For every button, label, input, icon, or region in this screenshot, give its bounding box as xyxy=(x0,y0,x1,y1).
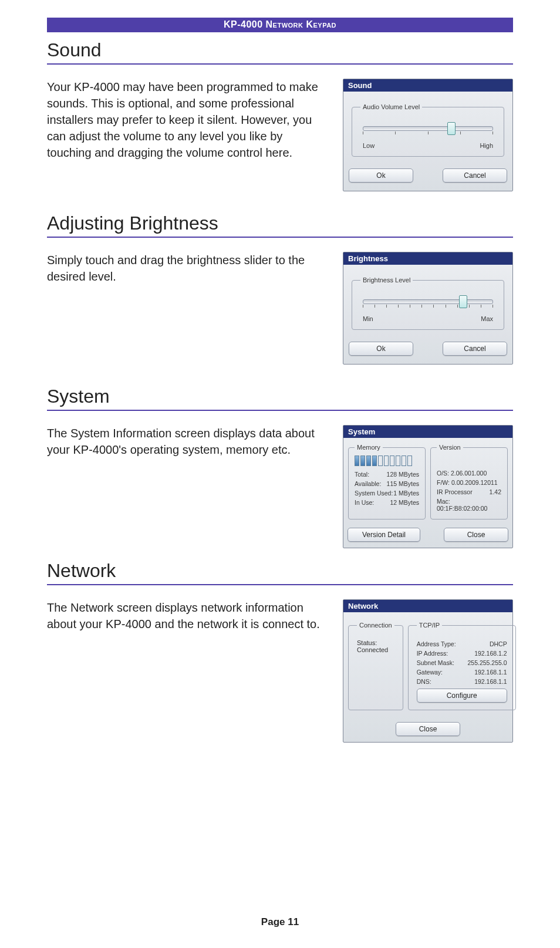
audio-volume-legend: Audio Volume Level xyxy=(360,103,422,110)
brightness-slider-thumb[interactable] xyxy=(459,295,467,308)
window-title: System xyxy=(343,426,512,438)
section-title: Network xyxy=(47,560,513,582)
mem-available-row: Available: 115 MBytes xyxy=(355,479,419,488)
kv-value: 12 MBytes xyxy=(390,499,419,506)
section-system: System The System Information screen dis… xyxy=(47,386,513,548)
section-rule xyxy=(47,584,513,585)
kv-label: DNS: xyxy=(417,678,431,685)
audio-volume-group: Audio Volume Level Low High xyxy=(352,103,504,157)
section-body-text: Simply touch and drag the brightness sli… xyxy=(47,252,325,285)
mem-total-row: Total: 128 MBytes xyxy=(355,470,419,479)
version-mac-row: Mac: 00:1F:B8:02:00:00 xyxy=(437,497,501,513)
window-title: Network xyxy=(343,600,512,612)
memory-usage-bars xyxy=(355,456,419,466)
screenshot-sound: Sound Audio Volume Level Low xyxy=(343,79,513,191)
kv-label: In Use: xyxy=(355,499,374,506)
document-page: KP-4000 Network Keypad Sound Your KP-400… xyxy=(0,0,560,948)
configure-button[interactable]: Configure xyxy=(417,689,507,703)
kv-label: IP Address: xyxy=(417,650,448,657)
version-fw-row: F/W: 0.00.2009.12011 xyxy=(437,478,501,487)
section-title: Adjusting Brightness xyxy=(47,212,513,234)
window-title: Sound xyxy=(343,79,512,92)
section-sound: Sound Your KP-4000 may have been program… xyxy=(47,39,513,191)
screenshot-network: Network Connection Status: Connected TCP… xyxy=(343,599,513,743)
kv-value: O/S: 2.06.001.000 xyxy=(437,470,487,477)
kv-value: Mac: 00:1F:B8:02:00:00 xyxy=(437,498,501,512)
brightness-slider-track[interactable] xyxy=(363,299,493,304)
ok-button[interactable]: Ok xyxy=(349,342,413,356)
slider-label-high: High xyxy=(480,142,493,149)
memory-group: Memory Total: 128 MBytes Available: 115 … xyxy=(348,444,426,519)
kv-label: Subnet Mask: xyxy=(417,659,454,666)
header-banner-title: KP-4000 Network Keypad xyxy=(47,18,513,32)
section-rule xyxy=(47,410,513,411)
screenshot-brightness: Brightness Brightness Level Min xyxy=(343,252,513,365)
slider-ticks xyxy=(363,131,493,134)
kv-value: 1 MBytes xyxy=(393,490,419,497)
version-group: Version O/S: 2.06.001.000 F/W: 0.00.2009… xyxy=(430,444,508,519)
version-legend: Version xyxy=(437,444,463,451)
slider-label-min: Min xyxy=(363,315,373,322)
slider-ticks xyxy=(363,305,493,308)
kv-value: DHCP xyxy=(490,640,507,647)
tcpip-dns-row: DNS: 192.168.1.1 xyxy=(417,677,507,686)
section-brightness: Adjusting Brightness Simply touch and dr… xyxy=(47,212,513,365)
kv-label: IR Processor xyxy=(437,488,473,495)
ok-button[interactable]: Ok xyxy=(349,168,413,183)
kv-value: F/W: 0.00.2009.12011 xyxy=(437,479,498,486)
slider-label-max: Max xyxy=(481,315,493,322)
mem-system-used-row: System Used: 1 MBytes xyxy=(355,488,419,498)
kv-value: 192.168.1.1 xyxy=(474,678,507,685)
section-body-text: Your KP-4000 may have been programmed to… xyxy=(47,79,325,161)
status-label: Status: xyxy=(357,639,394,646)
kv-value: 192.168.1.2 xyxy=(474,650,507,657)
section-title: Sound xyxy=(47,39,513,61)
kv-value: 1.42 xyxy=(490,488,501,495)
page-number: Page 11 xyxy=(0,916,560,928)
kv-value: 115 MBytes xyxy=(387,480,419,487)
brightness-legend: Brightness Level xyxy=(360,276,413,284)
tcpip-gw-row: Gateway: 192.168.1.1 xyxy=(417,667,507,677)
kv-value: 128 MBytes xyxy=(387,471,419,478)
kv-value: 192.168.1.1 xyxy=(474,669,507,676)
tcpip-addr-type-row: Address Type: DHCP xyxy=(417,639,507,649)
kv-label: Address Type: xyxy=(417,640,456,647)
section-title: System xyxy=(47,386,513,407)
section-body-text: The System Information screen displays d… xyxy=(47,425,325,458)
kv-label: Available: xyxy=(355,480,381,487)
cancel-button[interactable]: Cancel xyxy=(443,342,507,356)
kv-label: Gateway: xyxy=(417,669,443,676)
connection-group: Connection Status: Connected xyxy=(348,622,403,710)
window-title: Brightness xyxy=(343,252,512,265)
page-header: KP-4000 Network Keypad xyxy=(47,18,513,32)
version-os-row: O/S: 2.06.001.000 xyxy=(437,468,501,478)
kv-value: 255.255.255.0 xyxy=(468,659,507,666)
slider-label-low: Low xyxy=(363,142,375,149)
tcpip-ip-row: IP Address: 192.168.1.2 xyxy=(417,649,507,658)
screenshot-system: System Memory Total: 128 MBytes xyxy=(343,425,513,548)
mem-in-use-row: In Use: 12 MBytes xyxy=(355,498,419,507)
kv-label: Total: xyxy=(355,471,369,478)
volume-slider-thumb[interactable] xyxy=(447,122,456,135)
cancel-button[interactable]: Cancel xyxy=(443,168,507,183)
version-ir-row: IR Processor 1.42 xyxy=(437,487,501,497)
section-body-text: The Network screen displays network info… xyxy=(47,599,325,632)
version-detail-button[interactable]: Version Detail xyxy=(348,528,420,542)
memory-legend: Memory xyxy=(355,444,383,451)
tcpip-legend: TCP/IP xyxy=(417,622,442,629)
brightness-group: Brightness Level Min Max xyxy=(352,276,504,330)
kv-label: System Used: xyxy=(355,490,393,497)
close-button[interactable]: Close xyxy=(444,528,508,542)
section-rule xyxy=(47,63,513,65)
volume-slider-track[interactable] xyxy=(363,126,493,131)
section-network: Network The Network screen displays netw… xyxy=(47,560,513,743)
section-rule xyxy=(47,237,513,238)
tcpip-mask-row: Subnet Mask: 255.255.255.0 xyxy=(417,658,507,667)
status-value: Connected xyxy=(357,646,394,653)
close-button[interactable]: Close xyxy=(396,722,460,736)
tcpip-group: TCP/IP Address Type: DHCP IP Address: 19… xyxy=(408,622,516,710)
connection-legend: Connection xyxy=(357,622,394,629)
